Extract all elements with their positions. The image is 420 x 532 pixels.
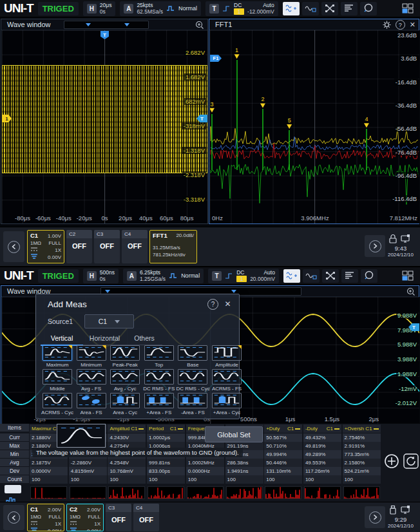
expand-right-button[interactable] [365, 506, 385, 528]
table-view-toggle[interactable] [5, 485, 21, 493]
meas-item-+area---cyc[interactable]: +Area - Cyc [210, 393, 243, 415]
column-header: +DutyC1 [264, 424, 302, 433]
y-axis-label: -318mV [182, 122, 206, 129]
channel-box-c4[interactable]: C4OFF [133, 504, 159, 531]
trigger-level: -12.000mV [247, 8, 274, 15]
meas-item-acrms---fs[interactable]: ACRMS - FS [210, 369, 243, 392]
trigger-coupling: DC [234, 2, 244, 8]
peak-marker-icon [260, 103, 265, 108]
meas-item-avg---fs[interactable]: Avg - FS [75, 369, 108, 392]
meas-item-minimum[interactable]: Minimum [75, 345, 108, 368]
expand-right-button[interactable] [365, 235, 385, 257]
top-bar-b: UNI-T TRIGED H 500ns0s A 6.25kpts1.25GSa… [0, 267, 420, 285]
meas-item-base[interactable]: Base [176, 345, 209, 368]
meas-item-dc-rms---fs[interactable]: DC RMS - FS [142, 369, 176, 392]
horizontal-settings[interactable]: H 20μs0s [83, 1, 116, 16]
acquire-settings[interactable]: A 6.25kpts1.25GSa/s Normal [123, 269, 204, 283]
channel-name: C1 [30, 232, 38, 239]
channel-impedance: 1MΩ [30, 240, 41, 247]
expand-left-button[interactable] [3, 231, 24, 262]
search-circle-icon[interactable] [361, 269, 377, 283]
channel-box-c1[interactable]: C12.00V1MΩFULL1X0.00V [27, 504, 64, 531]
meas-item-middle[interactable]: Middle [41, 369, 74, 392]
x-axis-label: 40μs [135, 214, 156, 222]
help-icon[interactable]: ? [396, 20, 405, 30]
y-axis-label: 1.682V [184, 73, 206, 81]
wave-source-dropdown[interactable] [64, 21, 149, 29]
fft-graticule[interactable]: 1254323.6dB3.6dB-16.4dB-36.4dB-56.4dB-76… [210, 30, 419, 223]
acquire-wave-icon [169, 272, 178, 280]
wave-display-icon[interactable] [283, 2, 300, 15]
clock: 9:432024/12/10 [384, 245, 417, 258]
search-circle-icon[interactable] [360, 2, 377, 15]
trigger-settings[interactable]: T DC1 Auto20.000mV [208, 269, 279, 283]
x-axis-label: 0s [95, 214, 115, 222]
acquire-settings[interactable]: A 25kpts62.5MSa/s Normal [120, 1, 201, 16]
tab-horizontal[interactable]: Horizontal [83, 332, 126, 345]
zoom-icon[interactable] [406, 287, 415, 296]
levels-icon[interactable] [341, 269, 358, 283]
trigger-position-marker[interactable]: T [100, 31, 109, 39]
trigger-level: 20.000mV [250, 276, 275, 282]
sine-edit-icon[interactable] [302, 2, 319, 15]
meas-item--area---fs[interactable]: -Area - FS [176, 393, 209, 415]
meas-item-amplitude[interactable]: Amplitude [210, 345, 243, 368]
window-layout-icon[interactable] [399, 1, 416, 15]
channel-box-c2[interactable]: C2OFF [66, 230, 92, 263]
channel-box-c4[interactable]: C4OFF [122, 230, 148, 263]
channel-name: C3 [106, 504, 131, 512]
meas-item-area---fs[interactable]: Area - FS [75, 393, 108, 415]
meas-item-area---cyc[interactable]: Area - Cyc [108, 393, 142, 415]
close-icon[interactable]: ✕ [410, 21, 415, 29]
zoom-icon[interactable] [195, 21, 204, 30]
meas-item-label: Top [142, 362, 176, 368]
reset-statistics-icon[interactable] [403, 453, 419, 469]
meas-item-peak-peak[interactable]: Peak-Peak [108, 345, 142, 368]
meas-name: Maximum [32, 426, 52, 432]
meas-value: 0.0000Hz [186, 467, 224, 475]
meas-item-label: Peak-Peak [108, 362, 142, 368]
meas-item-acrms---cyc[interactable]: ACRMS - Cyc [41, 393, 74, 415]
statistics-histogram [108, 486, 145, 499]
x-axis-label: -80μs [12, 214, 33, 222]
crossing-arrows-icon[interactable] [322, 269, 339, 283]
crossing-arrows-icon[interactable] [321, 2, 338, 15]
x-axis-label: -40μs [53, 214, 74, 222]
meas-item-+area---fs[interactable]: +Area - FS [142, 393, 176, 415]
gear-icon[interactable] [383, 21, 391, 29]
levels-icon[interactable] [341, 2, 358, 15]
meas-item-avg---cyc[interactable]: Avg - Cyc [108, 369, 142, 392]
horizontal-settings[interactable]: H 500ns0s [83, 269, 119, 283]
global-set-button[interactable]: Global Set [205, 426, 263, 442]
meas-item-top[interactable]: Top [142, 345, 176, 368]
channel-box-c2[interactable]: C22.00V1MΩFULL1X0.00V [66, 504, 104, 531]
trigger-settings[interactable]: T DC1 Auto-12.000mV [205, 1, 278, 16]
wave-display-icon[interactable] [283, 269, 300, 283]
peak-number-label: 4 [365, 116, 368, 122]
channel-box-c3[interactable]: C3OFF [106, 504, 131, 531]
window-layout-icon[interactable] [399, 269, 416, 283]
fill2-waveform-icon [178, 393, 207, 408]
tab-others[interactable]: Others [126, 332, 162, 345]
meas-item-dc-rms---cyc[interactable]: DC RMS - Cyc [176, 369, 209, 392]
expand-left-button[interactable] [3, 505, 24, 530]
source-dropdown[interactable]: C1 [84, 314, 134, 328]
help-icon[interactable]: ? [207, 299, 218, 310]
meas-value: 999.81ns [147, 459, 185, 467]
statistics-histogram [226, 486, 263, 499]
row-label-items: Items [0, 424, 29, 432]
fft-box[interactable]: FFT120.0dB/31.25MSa/s781.25kHz/div [149, 230, 197, 263]
meas-item-maximum[interactable]: Maximum [41, 345, 74, 368]
close-icon[interactable]: ✕ [223, 299, 233, 309]
channel-box-c1[interactable]: C11.00V1MΩFULL1X0.00V [27, 230, 64, 263]
add-measurement-icon[interactable] [383, 453, 400, 470]
ground-offset-icon [30, 527, 38, 531]
meas-value: 49.819% [303, 442, 341, 450]
trigger-status-label: TRIGED [38, 269, 79, 283]
wave-graticule[interactable]: 2.682V1.682V682mV-318mV-1.318V-2.318V-3.… [2, 30, 207, 223]
sine-edit-icon[interactable] [303, 269, 320, 283]
meas-item-label: Amplitude [210, 362, 243, 368]
tab-vertical[interactable]: Vertical [41, 332, 83, 346]
channel-impedance: 1MΩ [70, 513, 81, 520]
channel-box-c3[interactable]: C3OFF [94, 230, 120, 263]
